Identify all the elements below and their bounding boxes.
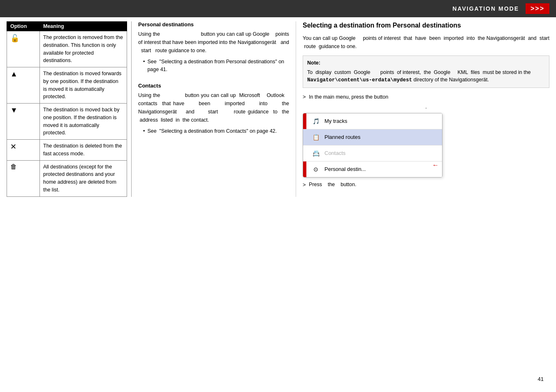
left-column: Option Meaning 🔓 The protection is remov… [0,21,132,197]
menu-ui: 🎵 My tracks 📋 Planned routes 📇 Contacts [303,113,442,178]
meaning-cell: The destination is deleted from the fast… [40,140,127,161]
instruction-line1: > In the main menu, press the button [303,93,549,101]
personal-destinations-label: Personal destin... [324,166,366,172]
header-arrows: >>> [526,3,549,14]
contacts-bullet: See "Selecting a destination from Contac… [143,127,289,135]
main-content: Option Meaning 🔓 The protection is remov… [0,17,556,201]
contacts-text: Using the button you can call up Microso… [138,91,289,124]
meaning-cell: The destination is moved back by one pos… [40,104,127,140]
personal-destinations-icon: ⊙ [311,165,320,174]
my-tracks-label: My tracks [324,118,348,124]
my-tracks-icon: 🎵 [311,117,320,126]
menu-item-content: 📋 Planned routes [306,129,442,145]
table-row: ✕ The destination is deleted from the fa… [7,140,127,161]
instruction-dot: . [303,104,549,110]
selection-arrow: ← [432,161,439,177]
menu-item-contacts: 📇 Contacts [303,145,442,161]
right-text1: You can call up Google points of interes… [303,34,549,51]
note-text: To display custom Google points of inter… [307,69,545,85]
press-instruction: > Press the button. [303,181,549,189]
option-cell: ✕ [7,140,40,161]
menu-item-my-tracks[interactable]: 🎵 My tracks [303,113,442,129]
delete-icon: ✕ [10,143,16,151]
table-row: 🗑 All destinations (except for the prote… [7,160,127,196]
red-bar [303,113,306,129]
header-title: NAVIGATION MODE [452,5,519,12]
menu-item-content: 🎵 My tracks [306,113,442,129]
option-cell: ▼ [7,104,40,140]
contacts-icon: 📇 [311,149,320,158]
meaning-cell: The protection is removed from the desti… [40,31,127,67]
right-column: Selecting a destination from Personal de… [296,21,556,197]
delete-all-icon: 🗑 [10,163,17,170]
header-bar: NAVIGATION MODE >>> [0,0,556,17]
note-box: Note: To display custom Google points of… [303,55,549,88]
no-bar [303,145,306,161]
middle-column: Personal destinations Using the button y… [132,21,296,197]
options-table: Option Meaning 🔓 The protection is remov… [7,21,127,197]
col-option-header: Option [7,22,40,31]
red-bar [303,161,306,177]
contacts-heading: Contacts [138,83,289,89]
meaning-cell: The destination is moved forwards by one… [40,67,127,104]
contacts-label: Contacts [324,150,345,156]
personal-bullet: See "Selecting a destination from Person… [143,58,289,74]
option-cell: 🔓 [7,31,40,67]
page-number: 41 [538,376,544,382]
menu-item-content: 📇 Contacts [306,145,442,161]
menu-item-content: ⊙ Personal destin... [306,161,432,177]
table-row: ▼ The destination is moved back by one p… [7,104,127,140]
menu-item-personal-destinations[interactable]: ⊙ Personal destin... ← [303,161,442,177]
unlock-icon: 🔓 [10,34,19,42]
table-row: 🔓 The protection is removed from the des… [7,31,127,67]
meaning-cell: All destinations (except for the protect… [40,160,127,196]
planned-routes-icon: 📋 [311,133,320,142]
option-cell: ▲ [7,67,40,104]
menu-item-planned-routes[interactable]: 📋 Planned routes [303,129,442,145]
personal-text: Using the button you can call up Google … [138,30,289,55]
arrow-up-icon: ▲ [10,70,18,78]
arrow-down-icon: ▼ [10,106,18,114]
option-cell: 🗑 [7,160,40,196]
right-heading: Selecting a destination from Personal de… [303,21,549,30]
table-row: ▲ The destination is moved forwards by o… [7,67,127,104]
personal-destinations-heading: Personal destinations [138,21,289,28]
no-bar [303,129,306,145]
note-label: Note: [307,59,545,67]
note-path: Navigator\content\us-erdata\mydest [307,77,412,83]
col-meaning-header: Meaning [40,22,127,31]
planned-routes-label: Planned routes [324,134,360,140]
